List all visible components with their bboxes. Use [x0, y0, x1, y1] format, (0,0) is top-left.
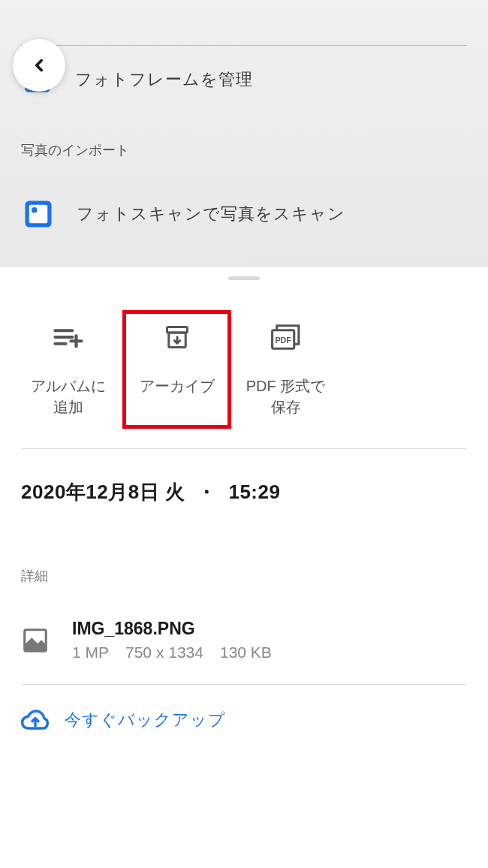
svg-point-5 [32, 207, 38, 213]
divider [21, 684, 467, 685]
scan-label: フォトスキャンで写真をスキャン [77, 203, 345, 225]
scan-row[interactable]: フォトスキャンで写真をスキャン [0, 198, 488, 230]
file-megapixels: 1 MP [72, 643, 109, 662]
separator: ・ [197, 481, 217, 503]
pdf-icon: PDF [269, 322, 303, 352]
datetime: 2020年12月8日 火 ・ 15:29 [0, 449, 488, 505]
back-button[interactable] [13, 39, 65, 92]
backup-label: 今すぐバックアップ [65, 709, 226, 731]
action-label: PDF 形式で 保存 [246, 375, 326, 417]
image-icon [21, 626, 50, 655]
file-dimensions: 750 x 1334 [125, 643, 203, 662]
chevron-left-icon [29, 56, 49, 75]
divider [21, 45, 467, 46]
action-label: アーカイブ [140, 375, 215, 396]
file-size: 130 KB [220, 643, 272, 662]
add-to-album-button[interactable]: アルバムに 追加 [14, 310, 122, 429]
svg-rect-4 [29, 205, 48, 224]
top-section: フォトフレームを管理 写真のインポート フォトスキャンで写真をスキャン [0, 0, 488, 267]
import-header: 写真のインポート [0, 141, 488, 159]
action-label: アルバムに 追加 [31, 375, 106, 417]
backup-row[interactable]: 今すぐバックアップ [0, 706, 488, 734]
time-text: 15:29 [228, 481, 280, 503]
svg-text:PDF: PDF [275, 336, 291, 345]
file-name: IMG_1868.PNG [72, 619, 272, 639]
archive-icon [164, 324, 191, 351]
file-row: IMG_1868.PNG 1 MP 750 x 1334 130 KB [0, 619, 488, 662]
photoscan-icon [23, 198, 54, 230]
save-pdf-button[interactable]: PDF PDF 形式で 保存 [231, 310, 340, 429]
photo-frame-row[interactable]: フォトフレームを管理 [0, 65, 488, 95]
archive-button[interactable]: アーカイブ [122, 310, 231, 429]
playlist-add-icon [53, 325, 84, 349]
photo-frame-label: フォトフレームを管理 [75, 68, 253, 91]
date-text: 2020年12月8日 火 [21, 481, 185, 503]
file-meta: 1 MP 750 x 1334 130 KB [72, 643, 272, 662]
actions-row: アルバムに 追加 アーカイブ PDF PDF 形式で 保存 [0, 280, 488, 429]
file-info: IMG_1868.PNG 1 MP 750 x 1334 130 KB [72, 619, 272, 662]
cloud-upload-icon [21, 706, 50, 734]
details-header: 詳細 [0, 567, 488, 585]
